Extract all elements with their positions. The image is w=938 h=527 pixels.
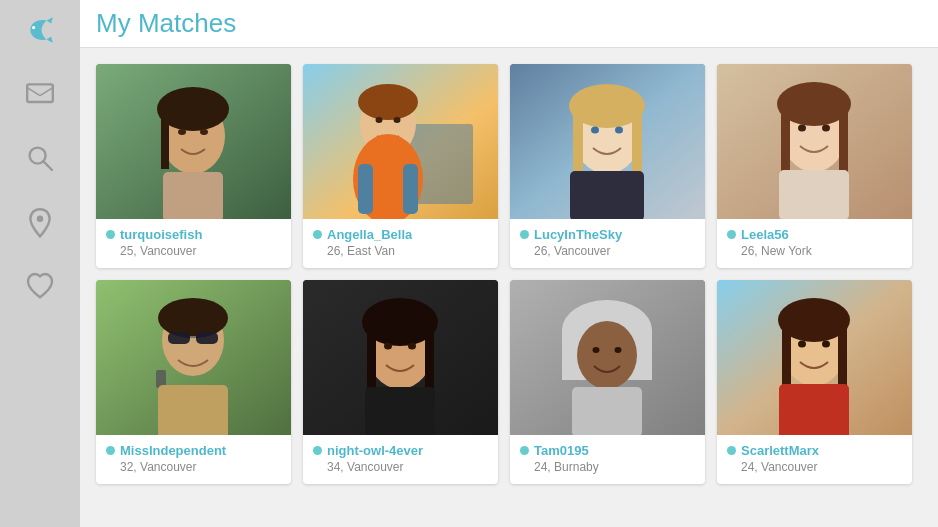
messages-icon[interactable] [18, 72, 62, 116]
svg-rect-69 [779, 384, 849, 435]
match-photo-missindependent [96, 280, 291, 435]
svg-point-28 [591, 127, 599, 134]
svg-line-5 [43, 161, 52, 170]
svg-point-58 [577, 321, 637, 389]
svg-point-59 [593, 347, 600, 353]
sidebar [0, 0, 80, 527]
match-info-leela: Leela56 26, New York [717, 219, 912, 268]
svg-rect-42 [168, 332, 190, 344]
match-info-nightowl: night-owl-4ever 34, Vancouver [303, 435, 498, 484]
svg-point-67 [798, 341, 806, 348]
match-card-turquoisefish[interactable]: turquoisefish 25, Vancouver [96, 64, 291, 268]
svg-point-0 [32, 26, 35, 29]
svg-rect-38 [779, 170, 849, 219]
match-age-location: 26, Vancouver [520, 244, 695, 258]
match-age-location: 32, Vancouver [106, 460, 281, 474]
svg-rect-22 [403, 164, 418, 214]
match-age-location: 24, Vancouver [727, 460, 902, 474]
online-indicator [727, 446, 736, 455]
svg-point-41 [158, 298, 228, 338]
svg-point-60 [615, 347, 622, 353]
match-card-nightowl[interactable]: night-owl-4ever 34, Vancouver [303, 280, 498, 484]
location-icon[interactable] [18, 200, 62, 244]
svg-point-18 [376, 117, 383, 123]
svg-rect-35 [839, 104, 848, 179]
match-photo-angella [303, 64, 498, 219]
match-card-lucy[interactable]: LucyInTheSky 26, Vancouver [510, 64, 705, 268]
match-row-1: turquoisefish 25, Vancouver [96, 64, 922, 268]
svg-rect-27 [632, 106, 642, 176]
match-info-angella: Angella_Bella 26, East Van [303, 219, 498, 268]
svg-rect-21 [358, 164, 373, 214]
svg-point-19 [394, 117, 401, 123]
svg-point-52 [384, 343, 392, 350]
match-photo-leela [717, 64, 912, 219]
match-info-missindependent: MissIndependent 32, Vancouver [96, 435, 291, 484]
page-title: My Matches [96, 8, 918, 39]
svg-point-37 [822, 125, 830, 132]
online-indicator [520, 446, 529, 455]
match-photo-nightowl [303, 280, 498, 435]
online-indicator [106, 230, 115, 239]
match-age-location: 24, Burnaby [520, 460, 695, 474]
svg-point-29 [615, 127, 623, 134]
match-photo-tam [510, 280, 705, 435]
match-row-2: MissIndependent 32, Vancouver [96, 280, 922, 484]
svg-rect-43 [196, 332, 218, 344]
match-age-location: 34, Vancouver [313, 460, 488, 474]
svg-rect-10 [161, 109, 169, 169]
svg-rect-30 [570, 171, 644, 219]
online-indicator [106, 446, 115, 455]
svg-rect-13 [163, 172, 223, 219]
online-indicator [727, 230, 736, 239]
match-info-tam: Tam0195 24, Burnaby [510, 435, 705, 484]
match-card-angella[interactable]: Angella_Bella 26, East Van [303, 64, 498, 268]
heart-icon[interactable] [18, 264, 62, 308]
page-header: My Matches [80, 0, 938, 48]
svg-rect-54 [365, 387, 435, 435]
match-photo-lucy [510, 64, 705, 219]
main-content: My Matches [80, 0, 938, 527]
match-info-scarlett: ScarlettMarx 24, Vancouver [717, 435, 912, 484]
svg-line-3 [40, 88, 53, 96]
svg-line-2 [27, 88, 40, 96]
svg-point-12 [200, 129, 208, 135]
match-username: Angella_Bella [327, 227, 412, 242]
match-card-leela[interactable]: Leela56 26, New York [717, 64, 912, 268]
svg-point-11 [178, 129, 186, 135]
svg-rect-61 [572, 387, 642, 435]
match-card-tam[interactable]: Tam0195 24, Burnaby [510, 280, 705, 484]
match-age-location: 26, East Van [313, 244, 488, 258]
svg-point-6 [37, 216, 43, 222]
matches-grid: turquoisefish 25, Vancouver [80, 48, 938, 500]
match-username: night-owl-4ever [327, 443, 423, 458]
online-indicator [313, 446, 322, 455]
match-username: turquoisefish [120, 227, 202, 242]
match-photo-scarlett [717, 280, 912, 435]
match-info-turquoisefish: turquoisefish 25, Vancouver [96, 219, 291, 268]
svg-rect-1 [27, 84, 53, 102]
svg-rect-26 [573, 106, 583, 176]
svg-point-36 [798, 125, 806, 132]
svg-rect-46 [158, 385, 228, 435]
match-username: Tam0195 [534, 443, 589, 458]
match-card-missindependent[interactable]: MissIndependent 32, Vancouver [96, 280, 291, 484]
match-age-location: 26, New York [727, 244, 902, 258]
svg-point-53 [408, 343, 416, 350]
match-card-scarlett[interactable]: ScarlettMarx 24, Vancouver [717, 280, 912, 484]
match-info-lucy: LucyInTheSky 26, Vancouver [510, 219, 705, 268]
svg-point-17 [358, 84, 418, 120]
match-username: LucyInTheSky [534, 227, 622, 242]
online-indicator [520, 230, 529, 239]
online-indicator [313, 230, 322, 239]
match-age-location: 25, Vancouver [106, 244, 281, 258]
match-photo-turquoisefish [96, 64, 291, 219]
match-username: Leela56 [741, 227, 789, 242]
search-icon[interactable] [18, 136, 62, 180]
fish-icon[interactable] [18, 8, 62, 52]
svg-rect-34 [781, 104, 790, 179]
svg-point-68 [822, 341, 830, 348]
match-username: ScarlettMarx [741, 443, 819, 458]
match-username: MissIndependent [120, 443, 226, 458]
